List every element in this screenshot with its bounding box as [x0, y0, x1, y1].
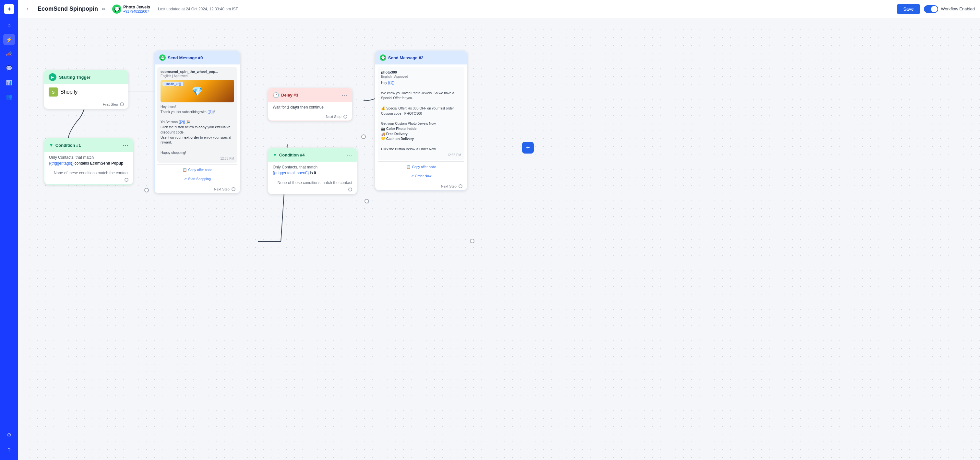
send0-footer: Next Step	[155, 185, 240, 193]
send0-copy-btn[interactable]: 📋 Copy offer code	[157, 166, 237, 174]
condition4-connector-dot	[348, 187, 352, 192]
send2-template-name: photo300	[381, 70, 461, 74]
delay3-header: 🕐 Delay #3 ⋯	[268, 88, 352, 102]
send2-text: Hey {{1}}, We know you loved Photo Jewel…	[381, 80, 461, 152]
send0-image-overlay: {{media_url}}	[162, 82, 183, 86]
send2-template-status: English | Approved	[381, 75, 461, 78]
header: ← EcomSend Spinpopin ✏ 💬 Photo Jewels +9…	[18, 0, 980, 18]
sidebar-item-chart[interactable]: 📊	[3, 76, 15, 88]
condition4-rule: {{trigger.total_spent}} is 0	[273, 171, 352, 175]
svg-point-2	[361, 135, 366, 139]
canvas-inner: ▶ Starting Trigger S Shopify First Step	[18, 18, 537, 310]
toggle-switch[interactable]	[924, 5, 938, 13]
condition4-menu[interactable]: ⋯	[346, 151, 352, 159]
delay3-node: 🕐 Delay #3 ⋯ Wait for 1 days then contin…	[268, 88, 352, 121]
sidebar-item-help[interactable]: ?	[3, 444, 15, 456]
copy2-icon: 📋	[406, 165, 411, 169]
send2-next-dot	[458, 184, 463, 188]
send2-body: photo300 English | Approved Hey {{1}}, W…	[375, 65, 467, 182]
send2-next-step: Next Step	[441, 184, 457, 188]
canvas[interactable]: ▶ Starting Trigger S Shopify First Step	[18, 18, 980, 460]
trigger-footer: First Step	[44, 100, 129, 109]
trigger-play-icon: ▶	[49, 73, 56, 81]
delay-days: 1 days	[287, 105, 299, 109]
condition4-none: None of these conditions match the conta…	[268, 179, 357, 187]
condition1-none: None of these conditions match the conta…	[45, 169, 133, 178]
send-message2-node: 💬 Send Message #2 ⋯ photo300 English | A…	[375, 51, 467, 190]
condition1-rule: {{trigger.tags}} contains EcomSend Popup	[49, 161, 129, 165]
toggle-knob	[931, 6, 937, 12]
svg-point-1	[145, 188, 148, 192]
sidebar: ✦ ⌂ ⚡ 📣 💬 📊 👥 ⚙ ?	[0, 0, 18, 460]
page-title: EcomSend Spinpopin	[38, 5, 98, 12]
filter-icon: ▼	[49, 143, 54, 148]
condition1-connector-dot	[124, 178, 129, 182]
sidebar-item-settings[interactable]: ⚙	[3, 429, 15, 441]
first-step-label: First Step	[103, 102, 118, 106]
shopify-label: Shopify	[60, 89, 78, 95]
external-link-icon: ↗	[184, 177, 187, 181]
send2-title: Send Message #2	[388, 56, 423, 60]
send0-template-status: English | Approved	[161, 74, 234, 78]
delay3-footer: Next Step	[268, 113, 352, 121]
delay3-menu[interactable]: ⋯	[342, 91, 347, 98]
send0-image: {{media_url}} 💎	[161, 80, 234, 102]
save-button[interactable]: Save	[897, 4, 920, 14]
brand-info: 💬 Photo Jewels +917948222007	[112, 5, 150, 14]
whatsapp-icon: 💬	[112, 5, 121, 14]
delay3-next-step: Next Step	[326, 115, 342, 119]
back-button[interactable]: ←	[23, 4, 34, 14]
send0-text: Hey there! Thank you for subscribing wit…	[161, 104, 234, 155]
send0-header: 💬 Send Message #0 ⋯	[155, 51, 240, 65]
send2-footer: Next Step	[375, 182, 467, 190]
condition4-title: Condition #4	[279, 152, 305, 157]
send0-menu[interactable]: ⋯	[230, 54, 235, 61]
condition1-body: Only Contacts, that match {{trigger.tags…	[45, 152, 133, 169]
trigger-label: Starting Trigger	[59, 75, 91, 80]
sidebar-item-chat[interactable]: 💬	[3, 62, 15, 74]
delay3-body: Wait for 1 days then continue	[268, 102, 352, 113]
trigger-header: ▶ Starting Trigger	[44, 70, 129, 84]
condition1-title: Condition #1	[56, 143, 81, 148]
sidebar-logo: ✦	[4, 4, 14, 14]
condition4-body: Only Contacts, that match {{trigger.tota…	[268, 162, 357, 179]
condition4-node: ▼ Condition #4 ⋯ Only Contacts, that mat…	[268, 148, 357, 194]
sidebar-item-users[interactable]: 👥	[3, 91, 15, 102]
add-node-button[interactable]: +	[522, 142, 534, 154]
clock-icon: 🕐	[273, 92, 279, 98]
delay3-title: Delay #3	[281, 93, 298, 97]
send2-menu[interactable]: ⋯	[457, 54, 463, 61]
send2-header: 💬 Send Message #2 ⋯	[375, 51, 467, 65]
send0-shopping-btn[interactable]: ↗ Start Shopping	[157, 175, 237, 183]
send0-title: Send Message #0	[168, 56, 203, 60]
send0-next-dot	[232, 187, 235, 191]
sidebar-item-lightning[interactable]: ⚡	[3, 34, 15, 45]
shopify-icon: S	[49, 87, 58, 97]
send-message0-node: 💬 Send Message #0 ⋯ ecomsend_spin_the_wh…	[154, 51, 240, 194]
condition4-header: ▼ Condition #4 ⋯	[268, 148, 357, 162]
condition1-node: ▼ Condition #1 ⋯ Only Contacts, that mat…	[44, 138, 133, 185]
send0-next-step: Next Step	[214, 187, 230, 191]
last-updated: Last updated at 24 Oct 2024, 12:33:40 pm…	[158, 7, 238, 11]
filter4-icon: ▼	[273, 152, 277, 157]
svg-point-4	[470, 239, 474, 243]
edit-icon[interactable]: ✏	[102, 6, 106, 12]
main-area: ← EcomSend Spinpopin ✏ 💬 Photo Jewels +9…	[18, 0, 980, 460]
condition1-header: ▼ Condition #1 ⋯	[45, 138, 133, 152]
brand-phone: +917948222007	[123, 10, 150, 13]
sidebar-item-megaphone[interactable]: 📣	[3, 48, 15, 60]
send2-order-btn[interactable]: ↗ Order Now	[378, 172, 465, 180]
order-link-icon: ↗	[411, 174, 414, 178]
svg-point-3	[365, 199, 369, 203]
send0-template-name: ecomsend_spin_the_wheel_pop...	[161, 70, 234, 73]
condition4-text: Only Contacts, that match	[273, 165, 352, 170]
send2-chat-bubble: photo300 English | Approved Hey {{1}}, W…	[378, 67, 465, 160]
condition1-menu[interactable]: ⋯	[123, 141, 129, 149]
trigger-body: S Shopify	[44, 84, 129, 100]
workflow-toggle: Workflow Enabled	[924, 5, 975, 13]
copy-icon: 📋	[183, 168, 187, 172]
send2-time: 12:35 PM	[381, 153, 461, 157]
send2-copy-btn[interactable]: 📋 Copy offer code	[378, 163, 465, 171]
send0-chat-bubble: ecomsend_spin_the_wheel_pop... English |…	[157, 67, 237, 163]
sidebar-item-home[interactable]: ⌂	[3, 19, 15, 31]
